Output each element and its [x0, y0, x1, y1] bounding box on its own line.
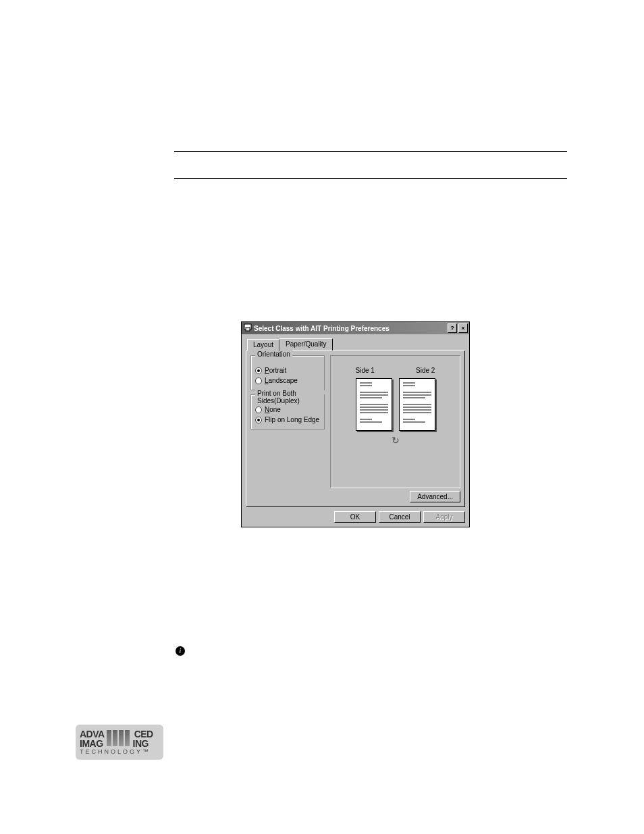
- close-button[interactable]: ×: [458, 323, 468, 333]
- printing-preferences-dialog: Select Class with AIT Printing Preferenc…: [241, 321, 470, 527]
- radio-label: Portrait: [265, 367, 286, 374]
- radio-icon: [255, 377, 262, 384]
- hr-1: [174, 151, 567, 152]
- radio-none[interactable]: None: [255, 405, 320, 415]
- radio-icon: [255, 417, 262, 423]
- duplex-legend: Print on Both Sides(Duplex): [255, 390, 324, 405]
- preview-page-1: [356, 378, 392, 431]
- layout-preview: Side 1 Side 2: [330, 355, 460, 488]
- radio-icon: [255, 367, 262, 374]
- tab-layout[interactable]: Layout: [247, 339, 279, 351]
- orientation-legend: Orientation: [255, 350, 292, 358]
- radio-flip-long-edge[interactable]: Flip on Long Edge: [255, 415, 320, 425]
- printer-icon: [243, 323, 252, 334]
- radio-label: Flip on Long Edge: [265, 416, 319, 423]
- cancel-button[interactable]: Cancel: [379, 511, 421, 523]
- side1-label: Side 1: [356, 367, 375, 374]
- svg-rect-1: [246, 328, 250, 331]
- dialog-title: Select Class with AIT Printing Preferenc…: [252, 325, 446, 332]
- radio-label: None: [265, 406, 281, 413]
- radio-label: Landscape: [265, 377, 298, 384]
- advanced-button[interactable]: Advanced...: [410, 491, 460, 502]
- tab-paper-quality[interactable]: Paper/Quality: [279, 338, 333, 350]
- logo-text-2b: ING: [133, 738, 149, 749]
- flip-arrow-icon: ↻: [335, 435, 456, 446]
- preview-page-2: [399, 378, 435, 431]
- tabs: Layout Paper/Quality: [246, 337, 465, 350]
- ait-logo: ADVACED IMAGING TECHNOLOGY™: [76, 725, 163, 760]
- help-button[interactable]: ?: [448, 323, 457, 333]
- orientation-group: Orientation Portrait Landscape: [250, 355, 325, 390]
- radio-portrait[interactable]: Portrait: [255, 365, 320, 375]
- side2-label: Side 2: [416, 367, 435, 374]
- duplex-group: Print on Both Sides(Duplex) None Flip on…: [250, 394, 325, 429]
- radio-landscape[interactable]: Landscape: [255, 375, 320, 386]
- info-icon: i: [176, 646, 185, 656]
- radio-icon: [255, 407, 262, 413]
- logo-text-3: TECHNOLOGY™: [80, 748, 159, 755]
- titlebar[interactable]: Select Class with AIT Printing Preferenc…: [242, 322, 469, 334]
- apply-button[interactable]: Apply: [423, 511, 465, 523]
- ok-button[interactable]: OK: [334, 511, 376, 523]
- logo-text-2a: IMAG: [80, 738, 103, 749]
- hr-2: [174, 178, 567, 179]
- layout-panel: Orientation Portrait Landscape Print on …: [246, 350, 465, 507]
